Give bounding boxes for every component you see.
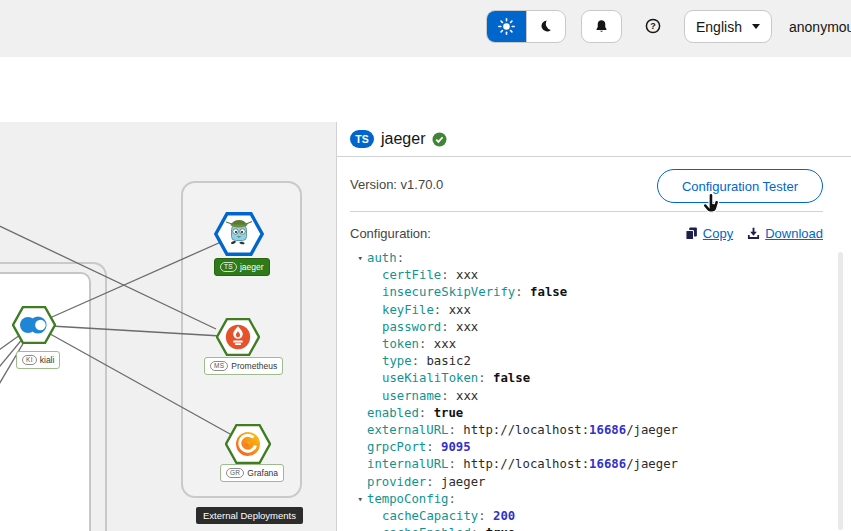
yaml-value: xxx <box>456 389 478 403</box>
yaml-colon: : <box>441 389 448 403</box>
node-kiali[interactable] <box>12 306 56 348</box>
masthead-help-button[interactable]: ? <box>645 18 661 38</box>
yaml-value: true <box>434 406 464 420</box>
trace-store-badge: TS <box>350 130 374 148</box>
kiali-logo-icon <box>20 316 47 333</box>
yaml-colon: : <box>441 320 448 334</box>
download-icon <box>747 227 760 240</box>
sun-icon <box>498 18 515 35</box>
yaml-colon: : <box>441 268 448 282</box>
node-badge: TS <box>220 262 237 273</box>
dark-theme-button[interactable] <box>526 11 566 42</box>
node-label-prometheus[interactable]: MS Prometheus <box>204 357 283 375</box>
yaml-colon: : <box>397 251 404 265</box>
configuration-tester-button[interactable]: Configuration Tester <box>657 169 823 203</box>
yaml-key: provider <box>367 475 426 489</box>
light-theme-button[interactable] <box>487 11 526 42</box>
grafana-logo-icon <box>236 432 260 456</box>
configuration-label: Configuration: <box>350 226 431 241</box>
yaml-key: externalURL <box>367 423 448 437</box>
prometheus-logo-icon <box>226 325 250 349</box>
mesh-graph-canvas[interactable]: KI kiali TS jaeger <box>0 122 336 531</box>
node-prometheus[interactable] <box>216 318 260 360</box>
yaml-colon: : <box>478 509 485 523</box>
panel-body: Version: v1.70.0 Configuration Tester Co… <box>337 169 851 531</box>
language-select[interactable]: English <box>684 10 772 43</box>
yaml-colon: : <box>448 423 455 437</box>
fold-arrow-icon[interactable]: ▾ <box>350 250 367 267</box>
question-circle-icon: ? <box>645 18 661 34</box>
yaml-line: insecureSkipVerify: false <box>350 284 823 301</box>
yaml-value: xxx <box>434 337 456 351</box>
yaml-value: 200 <box>493 509 515 523</box>
yaml-line: username: xxx <box>350 388 823 405</box>
hand-cursor <box>701 192 725 216</box>
yaml-value: false <box>493 371 530 385</box>
check-circle-icon <box>432 132 447 147</box>
yaml-value: xxx <box>449 303 471 317</box>
version-text: Version: v1.70.0 <box>350 177 443 192</box>
node-jaeger[interactable] <box>214 212 264 260</box>
notifications-button[interactable] <box>581 10 622 43</box>
yaml-line: ▾auth: <box>350 250 823 267</box>
yaml-value: /jaeger <box>626 423 678 437</box>
node-label-grafana[interactable]: GR Grafana <box>220 464 284 482</box>
yaml-line: externalURL: http://localhost:16686/jaeg… <box>350 422 823 439</box>
yaml-colon: : <box>426 440 433 454</box>
node-name: Grafana <box>247 469 278 478</box>
panel-title: jaeger <box>381 130 425 148</box>
node-badge: MS <box>210 361 228 372</box>
version-row: Version: v1.70.0 Configuration Tester <box>350 169 823 203</box>
yaml-value: 16686 <box>589 457 626 471</box>
yaml-colon: : <box>478 371 485 385</box>
node-label-jaeger[interactable]: TS jaeger <box>214 258 270 276</box>
configuration-row: Configuration: Copy Download <box>350 226 823 241</box>
masthead: ? English anonymous <box>0 0 851 57</box>
yaml-value: http://localhost: <box>463 457 589 471</box>
yaml-key: type <box>367 354 412 368</box>
yaml-line: password: xxx <box>350 319 823 336</box>
node-name: Prometheus <box>231 362 277 371</box>
node-name: kiali <box>40 356 55 365</box>
yaml-colon: : <box>448 492 455 506</box>
code-scrollbar[interactable] <box>838 252 843 530</box>
node-name: jaeger <box>240 263 264 272</box>
yaml-value: 9095 <box>441 440 471 454</box>
yaml-line: internalURL: http://localhost:16686/jaeg… <box>350 456 823 473</box>
copy-label: Copy <box>703 226 733 241</box>
yaml-value: false <box>530 285 567 299</box>
yaml-key: username <box>367 389 441 403</box>
yaml-value: /jaeger <box>626 457 678 471</box>
configuration-yaml[interactable]: ▾auth:certFile: xxxinsecureSkipVerify: f… <box>350 250 823 531</box>
edge <box>34 325 238 337</box>
panel-header: TS jaeger <box>337 122 851 157</box>
node-label-kiali[interactable]: KI kiali <box>16 351 60 369</box>
yaml-key: certFile <box>367 268 441 282</box>
node-grafana[interactable] <box>225 424 271 468</box>
yaml-value: xxx <box>456 320 478 334</box>
yaml-line: ▾tempoConfig: <box>350 491 823 508</box>
copy-link[interactable]: Copy <box>685 226 733 241</box>
yaml-value: jaeger <box>441 475 485 489</box>
yaml-line: grpcPort: 9095 <box>350 439 823 456</box>
yaml-line: keyFile: xxx <box>350 302 823 319</box>
bell-icon <box>594 19 609 34</box>
divider <box>350 211 823 212</box>
yaml-colon: : <box>448 457 455 471</box>
graph-toolbar: ? Help Reset Last 1m Pause <box>0 57 851 122</box>
download-link[interactable]: Download <box>747 226 823 241</box>
yaml-value: http://localhost: <box>463 423 589 437</box>
details-panel: TS jaeger Version: v1.70.0 Configuration… <box>336 122 851 531</box>
yaml-line: enabled: true <box>350 405 823 422</box>
yaml-key: cacheEnabled <box>367 526 471 531</box>
yaml-key: internalURL <box>367 457 448 471</box>
yaml-key: tempoConfig <box>367 492 448 506</box>
yaml-line: type: basic2 <box>350 353 823 370</box>
theme-toggle <box>486 10 566 43</box>
language-label: English <box>696 19 742 35</box>
yaml-key: token <box>367 337 419 351</box>
yaml-line: token: xxx <box>350 336 823 353</box>
edge <box>34 234 239 325</box>
fold-arrow-icon[interactable]: ▾ <box>350 491 367 508</box>
chevron-down-icon <box>752 24 760 29</box>
